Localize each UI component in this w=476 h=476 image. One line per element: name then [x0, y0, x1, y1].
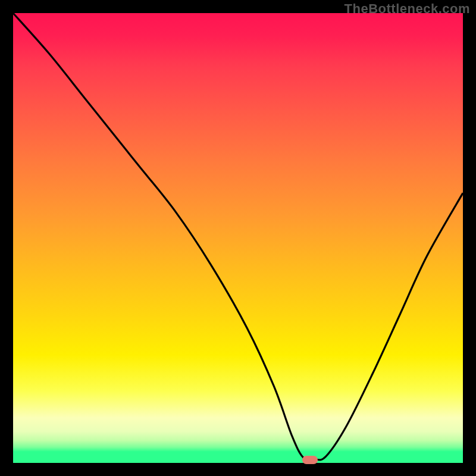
chart-frame: TheBottleneck.com: [0, 0, 476, 476]
plot-area: [13, 13, 463, 463]
optimal-marker: [302, 456, 318, 464]
curve-svg: [13, 13, 463, 463]
bottleneck-curve-path: [13, 13, 463, 460]
